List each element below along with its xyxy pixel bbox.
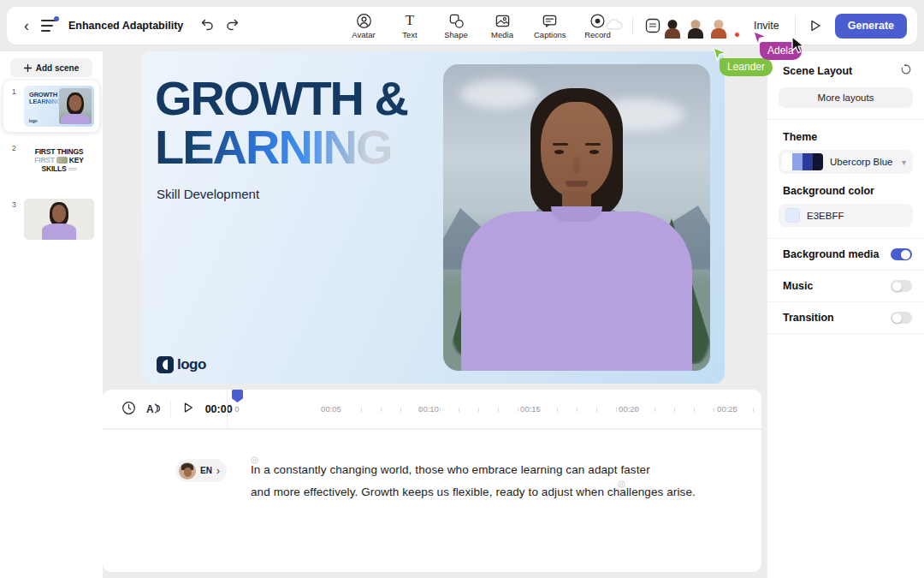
theme-selector[interactable]: Ubercorp Blue ▾ (779, 150, 913, 174)
back-button[interactable]: ‹ (24, 18, 29, 33)
script-avatar-thumbnail (179, 462, 196, 480)
divider (767, 119, 924, 120)
collaborator-avatars (672, 16, 738, 36)
menu-icon[interactable] (41, 20, 56, 32)
canvas-heading-line1[interactable]: GROWTH & (155, 74, 407, 122)
brand-logo[interactable]: logo (157, 356, 206, 373)
captions-tool-button[interactable]: Captions (534, 13, 566, 39)
scene-sidebar: Add scene 1 GROWTH &LEARNING logo 2 FIRS… (0, 51, 103, 578)
chevron-right-icon: › (216, 465, 220, 477)
canvas-heading-line2[interactable]: LEARNING (155, 122, 391, 171)
text-tool-button[interactable]: T Text (395, 13, 424, 39)
theme-swatches (782, 153, 823, 170)
cursor-name-tag: Leander (720, 58, 773, 76)
insert-toolbar: Avatar T Text Shape Media Captions Recor… (349, 7, 613, 45)
invite-button[interactable]: Invite (747, 15, 786, 37)
document-title: Enhanced Adaptability (68, 20, 183, 32)
top-toolbar: ‹ Enhanced Adaptability Avatar T Text Sh… (7, 7, 917, 45)
voice-audio-icon[interactable]: A (146, 403, 160, 415)
scene-item-1[interactable]: 1 GROWTH &LEARNING logo (3, 80, 99, 132)
timeline-bar: A 00:00 0 00:05 00:10 00:15 00:20 00:25 (103, 390, 761, 429)
music-toggle[interactable] (891, 280, 912, 292)
tick-label: 00:15 (517, 404, 544, 414)
captions-tool-icon (542, 13, 558, 29)
scene-3-thumbnail[interactable] (24, 199, 94, 240)
add-scene-button[interactable]: Add scene (10, 58, 92, 77)
tick-label: 00:20 (615, 404, 643, 414)
collaborator-avatar-3[interactable] (719, 16, 738, 36)
tick-label: 0 (231, 404, 242, 414)
playhead[interactable] (232, 390, 243, 402)
tick-label: 00:10 (415, 404, 442, 414)
pause-marker-icon[interactable] (618, 476, 625, 484)
plus-icon (24, 64, 32, 72)
notification-dot (54, 16, 59, 21)
scene-item-2[interactable]: 2 FIRST THINGS FIRST KEY SKILLS (3, 137, 99, 188)
background-color-input[interactable]: E3EBFF (779, 204, 913, 227)
shuffle-layout-icon[interactable] (900, 63, 912, 79)
media-tool-button[interactable]: Media (488, 13, 517, 39)
brand-logo-icon (157, 356, 174, 373)
divider (632, 16, 633, 35)
transition-toggle[interactable] (891, 312, 912, 324)
script-editor: EN › In a constantly changing world, tho… (103, 430, 761, 572)
scene-settings-panel: Scene Layout More layouts Theme Ubercorp… (767, 51, 924, 578)
chevron-down-icon: ▾ (902, 158, 906, 167)
shape-tool-button[interactable]: Shape (441, 13, 471, 39)
avatar-tool-icon (356, 13, 372, 29)
timeline-play-button[interactable] (181, 401, 195, 418)
preview-play-button[interactable] (804, 15, 826, 37)
scene-1-avatar (59, 88, 92, 124)
avatar-collar (551, 206, 602, 222)
timeline-ruler[interactable]: 0 00:05 00:10 00:15 00:20 00:25 (227, 390, 761, 429)
comments-icon[interactable] (642, 15, 664, 37)
text-tool-icon: T (406, 13, 414, 29)
shape-tool-icon (448, 13, 465, 29)
script-text-line-2[interactable]: and more effectively. Growth keeps us fl… (251, 486, 696, 498)
scene-2-thumbnail[interactable]: FIRST THINGS FIRST KEY SKILLS (24, 142, 94, 183)
scene-item-3[interactable]: 3 (3, 194, 99, 245)
sync-cloud-icon (605, 17, 624, 34)
avatar-tool-button[interactable]: Avatar (349, 13, 378, 39)
background-media-toggle[interactable] (891, 248, 912, 260)
record-tool-icon (589, 13, 606, 29)
scene-1-thumbnail[interactable]: GROWTH &LEARNING logo (24, 86, 94, 127)
script-text-line-1[interactable]: In a constantly changing world, those wh… (251, 463, 650, 476)
more-layouts-button[interactable]: More layouts (779, 87, 913, 108)
inline-image-chip (56, 157, 68, 164)
script-language-chip[interactable]: EN › (175, 459, 227, 482)
avatar-face (541, 102, 613, 198)
canvas-subtitle[interactable]: Skill Development (157, 187, 259, 201)
undo-icon[interactable] (200, 18, 215, 34)
tick-label: 00:05 (317, 404, 345, 414)
pause-marker-icon[interactable] (251, 452, 258, 460)
theme-label: Theme (783, 131, 924, 143)
color-swatch (785, 208, 800, 223)
divider (170, 400, 171, 419)
transition-row: Transition (767, 302, 924, 334)
status-dot-red (734, 32, 740, 38)
panel-title: Scene Layout (783, 65, 852, 77)
tick-label: 00:25 (714, 404, 741, 414)
avatar-sweater (461, 212, 692, 371)
generate-button[interactable]: Generate (835, 14, 907, 39)
background-color-label: Background color (783, 185, 924, 197)
scene-canvas[interactable]: GROWTH & LEARNING Skill Development logo (141, 51, 725, 384)
duration-clock-icon[interactable] (121, 401, 136, 419)
redo-icon[interactable] (225, 18, 240, 34)
music-row: Music (767, 271, 924, 302)
media-tool-icon (495, 13, 511, 29)
divider (795, 16, 796, 35)
background-media-row: Background media (767, 239, 924, 271)
avatar-video-frame[interactable] (443, 64, 710, 371)
